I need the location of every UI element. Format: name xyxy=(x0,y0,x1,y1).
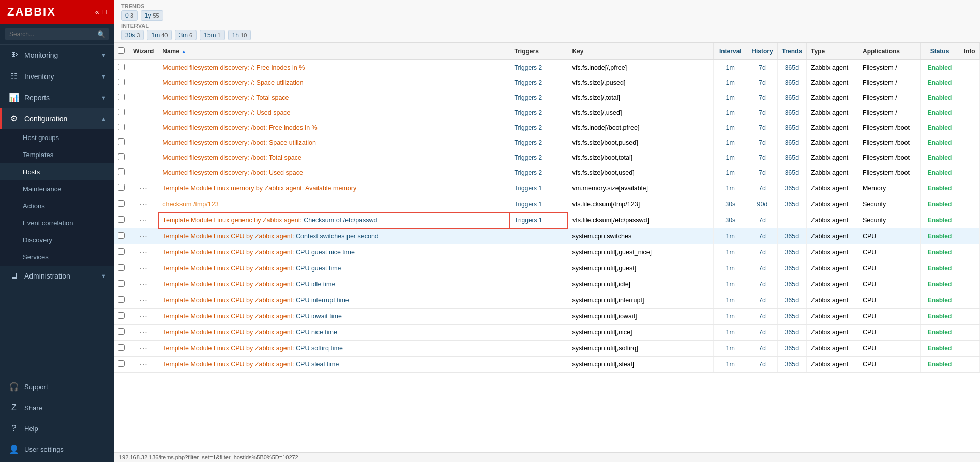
interval-chip-30s[interactable]: 30s 3 xyxy=(121,30,144,40)
row-checkbox[interactable] xyxy=(118,200,125,207)
sidebar-item-monitoring[interactable]: 👁 Monitoring ▼ xyxy=(0,45,114,66)
item-name-suffix[interactable]: CPU guest nice time xyxy=(296,249,355,256)
item-name-suffix[interactable]: Context switches per second xyxy=(296,233,379,240)
trigger-link[interactable]: Triggers 2 xyxy=(515,154,542,161)
sidebar-item-discovery[interactable]: Discovery xyxy=(0,232,114,249)
search-icon[interactable]: 🔍 xyxy=(97,30,105,38)
item-name-link[interactable]: checksum /tmp/123 xyxy=(162,201,218,208)
sidebar-item-share[interactable]: Z Share xyxy=(0,397,114,418)
row-checkbox[interactable] xyxy=(118,280,125,287)
item-name-link[interactable]: Mounted filesystem discovery: /: Total s… xyxy=(162,94,289,101)
trigger-link[interactable]: Triggers 2 xyxy=(515,124,542,131)
row-checkbox[interactable] xyxy=(118,94,125,100)
header-name[interactable]: Name ▲ xyxy=(158,43,510,60)
sidebar-item-user-settings[interactable]: 👤 User settings xyxy=(0,439,114,460)
sidebar-item-help[interactable]: ? Help xyxy=(0,418,114,439)
sidebar-item-actions[interactable]: Actions xyxy=(0,197,114,214)
row-checkbox[interactable] xyxy=(118,124,125,130)
row-checkbox[interactable] xyxy=(118,232,125,239)
item-name-prefix[interactable]: Template Module Linux CPU by Zabbix agen… xyxy=(162,329,296,336)
trigger-link[interactable]: Triggers 1 xyxy=(515,201,542,208)
item-name-suffix[interactable]: CPU interrupt time xyxy=(296,297,349,304)
item-name-prefix[interactable]: Template Module Linux CPU by Zabbix agen… xyxy=(162,297,296,304)
item-name-link[interactable]: Mounted filesystem discovery: /boot: Fre… xyxy=(162,124,317,131)
trigger-link[interactable]: Triggers 1 xyxy=(515,217,542,224)
item-name-link[interactable]: Template Module Linux memory by Zabbix a… xyxy=(162,184,356,192)
trigger-link[interactable]: Triggers 2 xyxy=(515,169,542,176)
sidebar-item-inventory[interactable]: ☷ Inventory ▼ xyxy=(0,66,114,87)
item-name-prefix[interactable]: Template Module Linux CPU by Zabbix agen… xyxy=(162,361,296,368)
interval-chip-1h[interactable]: 1h 10 xyxy=(228,30,251,40)
row-checkbox[interactable] xyxy=(118,168,125,175)
item-name-prefix[interactable]: Template Module Linux CPU by Zabbix agen… xyxy=(162,313,296,320)
trend-chip-1y[interactable]: 1y 55 xyxy=(141,10,163,21)
row-checkbox[interactable] xyxy=(118,216,125,223)
sidebar-item-reports[interactable]: 📊 Reports ▼ xyxy=(0,87,114,108)
wizard-dots-button[interactable]: ··· xyxy=(139,232,147,240)
trigger-link[interactable]: Triggers 2 xyxy=(515,79,542,86)
row-checkbox[interactable] xyxy=(118,312,125,319)
row-checkbox[interactable] xyxy=(118,344,125,351)
wizard-dots-button[interactable]: ··· xyxy=(139,328,147,336)
row-checkbox[interactable] xyxy=(118,296,125,303)
collapse-icon[interactable]: « xyxy=(95,8,99,16)
interval-chip-15m[interactable]: 15m 1 xyxy=(200,30,224,40)
interval-chip-3m[interactable]: 3m 6 xyxy=(175,30,197,40)
item-name-suffix[interactable]: CPU iowait time xyxy=(296,313,342,320)
sidebar-item-configuration[interactable]: ⚙ Configuration ▲ xyxy=(0,108,114,129)
item-name-prefix[interactable]: Template Module Linux CPU by Zabbix agen… xyxy=(162,233,296,240)
item-name-link[interactable]: Mounted filesystem discovery: /boot: Spa… xyxy=(162,139,316,146)
item-name-link[interactable]: Mounted filesystem discovery: /boot: Use… xyxy=(162,169,303,176)
row-checkbox[interactable] xyxy=(118,109,125,115)
wizard-dots-button[interactable]: ··· xyxy=(139,296,147,304)
wizard-dots-button[interactable]: ··· xyxy=(139,312,147,320)
trigger-link[interactable]: Triggers 2 xyxy=(515,109,542,116)
sidebar-item-hosts[interactable]: Hosts xyxy=(0,163,114,180)
row-checkbox[interactable] xyxy=(118,138,125,145)
sidebar-item-maintenance[interactable]: Maintenance xyxy=(0,180,114,197)
wizard-dots-button[interactable]: ··· xyxy=(139,360,147,368)
interval-chip-1m[interactable]: 1m 40 xyxy=(147,30,172,40)
sidebar-item-host-groups[interactable]: Host groups xyxy=(0,129,114,146)
wizard-dots-button[interactable]: ··· xyxy=(139,248,147,256)
trigger-link[interactable]: Triggers 1 xyxy=(515,184,542,192)
select-all-checkbox[interactable] xyxy=(118,47,125,54)
row-checkbox[interactable] xyxy=(118,264,125,271)
item-name-link[interactable]: Mounted filesystem discovery: /: Used sp… xyxy=(162,109,290,116)
row-checkbox[interactable] xyxy=(118,64,125,70)
wizard-dots-button[interactable]: ··· xyxy=(139,215,147,224)
row-checkbox[interactable] xyxy=(118,79,125,85)
item-name-suffix[interactable]: CPU softirq time xyxy=(296,345,343,352)
sidebar-item-administration[interactable]: 🖥 Administration ▼ xyxy=(0,266,114,286)
wizard-dots-button[interactable]: ··· xyxy=(139,280,147,288)
item-name-suffix[interactable]: Checksum of /etc/passwd xyxy=(304,217,377,224)
sidebar-item-event-correlation[interactable]: Event correlation xyxy=(0,214,114,232)
item-name-prefix[interactable]: Template Module Linux CPU by Zabbix agen… xyxy=(162,345,296,352)
item-name-link[interactable]: Mounted filesystem discovery: /boot: Tot… xyxy=(162,154,301,161)
row-checkbox[interactable] xyxy=(118,184,125,191)
row-checkbox[interactable] xyxy=(118,153,125,160)
trend-chip-0[interactable]: 0 3 xyxy=(121,10,138,21)
sidebar-item-support[interactable]: 🎧 Support xyxy=(0,376,114,397)
trigger-link[interactable]: Triggers 2 xyxy=(515,64,542,71)
item-name-suffix[interactable]: CPU steal time xyxy=(296,361,339,368)
wizard-dots-button[interactable]: ··· xyxy=(139,344,147,352)
row-checkbox[interactable] xyxy=(118,360,125,367)
item-name-prefix[interactable]: Template Module Linux generic by Zabbix … xyxy=(163,217,304,224)
row-checkbox[interactable] xyxy=(118,248,125,255)
item-name-prefix[interactable]: Template Module Linux CPU by Zabbix agen… xyxy=(162,281,296,288)
row-checkbox[interactable] xyxy=(118,328,125,335)
sidebar-item-templates[interactable]: Templates xyxy=(0,146,114,163)
item-name-suffix[interactable]: CPU nice time xyxy=(296,329,337,336)
trigger-link[interactable]: Triggers 2 xyxy=(515,94,542,101)
item-name-link[interactable]: Mounted filesystem discovery: /: Space u… xyxy=(162,79,303,86)
item-name-link[interactable]: Mounted filesystem discovery: /: Free in… xyxy=(162,64,305,71)
wizard-dots-button[interactable]: ··· xyxy=(139,183,147,192)
sidebar-item-services[interactable]: Services xyxy=(0,249,114,266)
wizard-dots-button[interactable]: ··· xyxy=(139,199,147,208)
item-name-prefix[interactable]: Template Module Linux CPU by Zabbix agen… xyxy=(162,249,296,256)
wizard-dots-button[interactable]: ··· xyxy=(139,264,147,272)
search-input[interactable] xyxy=(5,28,109,40)
trigger-link[interactable]: Triggers 2 xyxy=(515,139,542,146)
item-name-prefix[interactable]: Template Module Linux CPU by Zabbix agen… xyxy=(162,265,296,272)
